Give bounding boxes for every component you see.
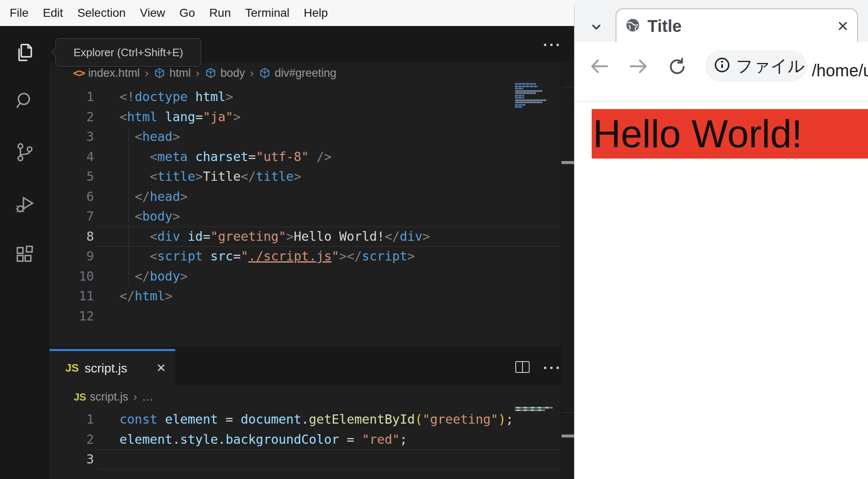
js-editor[interactable]: 1const element = document.getElementById… xyxy=(49,409,561,469)
line-number: 2 xyxy=(49,107,94,127)
breadcrumb-item[interactable]: JSscript.js xyxy=(74,390,128,404)
back-button[interactable] xyxy=(589,55,611,77)
more-actions-button[interactable] xyxy=(544,44,559,46)
code-text xyxy=(94,306,120,326)
minimap-line xyxy=(515,92,536,94)
reload-button[interactable] xyxy=(667,56,688,77)
scrollbar-track-edge xyxy=(561,87,574,87)
breadcrumb-item[interactable]: html xyxy=(153,67,191,80)
code-line: 9 <script src="./script.js"></script> xyxy=(49,246,561,266)
source-control-button[interactable] xyxy=(14,142,35,163)
html-editor[interactable]: 1<!doctype html>2<html lang="ja">3 <head… xyxy=(49,87,561,326)
split-editor-button[interactable] xyxy=(515,361,530,375)
breadcrumb-label: index.html xyxy=(88,67,140,80)
breadcrumb-separator: › xyxy=(133,390,137,404)
search-button[interactable] xyxy=(14,90,35,111)
line-number: 12 xyxy=(49,306,94,326)
browser-tab-title[interactable]: Title xyxy=(616,8,858,43)
close-tab-icon[interactable] xyxy=(836,19,850,33)
breadcrumb-label: html xyxy=(169,67,191,80)
line-number: 2 xyxy=(49,430,94,450)
menu-item-view[interactable]: View xyxy=(133,6,172,20)
line-number: 6 xyxy=(49,187,94,207)
code-line: 1<!doctype html> xyxy=(49,87,561,107)
vscode-window: FileEditSelectionViewGoRunTerminalHelp xyxy=(0,0,574,479)
breadcrumb-item[interactable]: body xyxy=(205,67,245,80)
code-text: </html> xyxy=(94,286,172,306)
menu-item-file[interactable]: File xyxy=(3,6,36,20)
minimap-line xyxy=(515,88,523,89)
more-actions-button[interactable] xyxy=(544,367,559,369)
scrollbar-thumb[interactable] xyxy=(561,161,574,164)
code-line: 11</html> xyxy=(49,286,561,306)
tab-label: script.js xyxy=(85,361,127,375)
tab-search-button[interactable] xyxy=(590,20,603,34)
symbol-element-icon xyxy=(153,67,166,79)
code-text: <body> xyxy=(94,206,180,226)
file-scheme-chip[interactable]: ファイル xyxy=(705,50,807,82)
menu-item-selection[interactable]: Selection xyxy=(70,6,133,20)
menu-item-go[interactable]: Go xyxy=(172,6,202,20)
code-line: 8 <div id="greeting">Hello World!</div> xyxy=(49,226,561,247)
greeting-banner: Hello World! xyxy=(592,109,868,159)
files-icon xyxy=(14,57,35,64)
code-text: <head> xyxy=(94,127,180,147)
line-number: 8 xyxy=(49,226,94,247)
menu-item-run[interactable]: Run xyxy=(202,6,238,20)
explorer-button[interactable] xyxy=(14,42,35,63)
breadcrumb-item[interactable]: <>index.html xyxy=(73,67,140,80)
browser-tab-strip: Title xyxy=(574,0,868,42)
menu-item-help[interactable]: Help xyxy=(296,6,335,20)
run-debug-button[interactable] xyxy=(14,194,35,215)
minimap-js[interactable] xyxy=(515,407,557,411)
scrollbar-thumb[interactable] xyxy=(561,435,574,437)
minimap-line xyxy=(515,83,536,85)
info-icon xyxy=(713,56,731,75)
extensions-button[interactable] xyxy=(14,244,35,265)
code-text: <title>Title</title> xyxy=(94,167,301,187)
code-line: 10 </body> xyxy=(49,266,561,286)
split-editor-icon xyxy=(515,367,530,375)
code-line: 7 <body> xyxy=(49,206,561,226)
chevron-down-icon xyxy=(590,28,603,35)
line-number: 11 xyxy=(49,286,94,306)
breadcrumb-label: script.js xyxy=(90,390,128,404)
code-line: 3 <head> xyxy=(49,127,561,147)
minimap-line xyxy=(515,95,524,96)
minimap-line xyxy=(515,409,545,411)
explorer-tooltip: Explorer (Ctrl+Shift+E) xyxy=(55,38,201,67)
code-text: </body> xyxy=(94,266,188,286)
activity-bar xyxy=(0,26,49,479)
tab-title-text: Title xyxy=(647,17,682,36)
breadcrumb-item[interactable]: … xyxy=(142,390,153,404)
tab-script-js[interactable]: JS script.js ✕ xyxy=(49,349,175,385)
minimap-line xyxy=(515,86,538,87)
symbol-element-icon xyxy=(259,67,271,79)
menu-item-edit[interactable]: Edit xyxy=(36,6,70,20)
line-number: 1 xyxy=(49,87,94,107)
close-tab-icon[interactable]: ✕ xyxy=(156,361,166,375)
breadcrumb-item[interactable]: div#greeting xyxy=(259,67,336,80)
breadcrumb-label: div#greeting xyxy=(275,67,336,80)
menu-bar: FileEditSelectionViewGoRunTerminalHelp xyxy=(0,0,574,26)
menu-item-terminal[interactable]: Terminal xyxy=(238,6,296,20)
line-number: 10 xyxy=(49,266,94,286)
address-bar-url[interactable]: /home/u xyxy=(812,61,868,80)
browser-toolbar: ファイル /home/u xyxy=(574,42,868,102)
minimap-line xyxy=(515,407,553,409)
editor-tab-bar-bottom: JS script.js ✕ xyxy=(49,347,574,385)
code-line: 5 <title>Title</title> xyxy=(49,167,561,187)
run-debug-icon xyxy=(14,209,35,216)
browser-window: Title xyxy=(574,0,868,479)
forward-button[interactable] xyxy=(627,55,649,77)
line-number: 3 xyxy=(49,449,94,469)
ellipsis-icon xyxy=(544,367,559,369)
scrollbar-track-edge xyxy=(561,412,574,413)
code-text: const element = document.getElementById(… xyxy=(94,409,513,430)
minimap-html[interactable] xyxy=(515,83,557,109)
code-line: 4 <meta charset="utf-8" /> xyxy=(49,147,561,167)
code-text: <meta charset="utf-8" /> xyxy=(94,147,332,167)
code-line: 3 xyxy=(49,449,561,469)
code-line: 2<html lang="ja"> xyxy=(49,107,561,127)
browser-page-content: Hello World! xyxy=(574,102,868,479)
